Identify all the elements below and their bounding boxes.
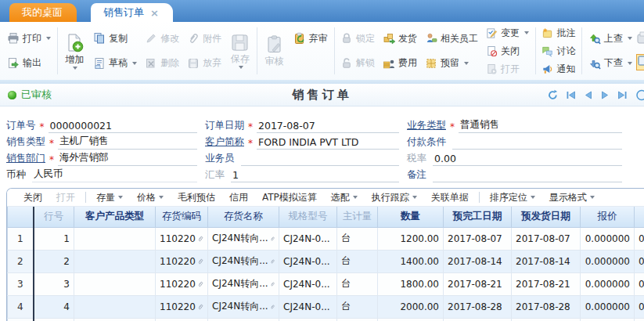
attachment-icon[interactable]: [197, 256, 203, 267]
finish-date-cell[interactable]: 2017-08-14: [444, 250, 512, 272]
draft-button[interactable]: 草稿: [93, 54, 137, 73]
col-cust-product-type[interactable]: 客户产品类型: [74, 207, 156, 227]
tax-price-cell[interactable]: 0.: [635, 272, 644, 295]
export-button[interactable]: 输出: [7, 54, 51, 73]
annotate-button[interactable]: 批注: [541, 24, 575, 41]
finish-date-cell[interactable]: 2017-08-21: [444, 272, 512, 295]
linked-view-toggle[interactable]: [636, 54, 644, 70]
quote-cell[interactable]: 0.000000: [581, 295, 635, 318]
inv-code-cell[interactable]: [156, 318, 208, 321]
col-tax-price[interactable]: 含: [635, 207, 644, 227]
ship-date-cell[interactable]: 2017-08-28: [512, 295, 581, 318]
inv-code-cell[interactable]: 110220: [156, 272, 208, 295]
qty-cell[interactable]: 1800.00: [378, 272, 444, 295]
grid-sort-button[interactable]: 排序定位: [483, 191, 542, 204]
tax-price-cell[interactable]: 0.: [635, 250, 644, 272]
attachment-icon[interactable]: [270, 256, 275, 267]
related-staff-button[interactable]: 相关员工: [425, 29, 478, 48]
attachment-icon[interactable]: [197, 301, 203, 312]
grid-related-docs-button[interactable]: 关联单据: [424, 191, 476, 204]
tab-sales-order[interactable]: 销售订单 ×: [91, 3, 173, 22]
query-down-button[interactable]: 下查: [588, 54, 632, 73]
line-no-cell[interactable]: [34, 318, 74, 321]
add-button[interactable]: 增加: [59, 23, 89, 78]
qty-cell[interactable]: [378, 318, 444, 321]
inv-code-cell[interactable]: 110220: [156, 227, 208, 250]
line-no-cell[interactable]: 2: [34, 250, 74, 272]
query-up-button[interactable]: 上查: [588, 29, 632, 48]
exchange-rate-value[interactable]: 1: [231, 169, 399, 182]
unit-cell[interactable]: 台: [337, 295, 378, 318]
attachment-icon[interactable]: [270, 233, 275, 244]
row-index[interactable]: 5: [8, 318, 34, 321]
payment-terms-value[interactable]: [452, 137, 622, 150]
finish-date-cell[interactable]: 2017-08-07: [444, 227, 512, 250]
inv-name-cell[interactable]: CJ24N转向...: [208, 295, 279, 318]
grid-option-button[interactable]: 选配: [324, 191, 365, 204]
inv-name-cell[interactable]: [208, 318, 279, 321]
ship-date-cell[interactable]: 2017-08-14: [512, 250, 581, 272]
spec-cell[interactable]: [279, 318, 337, 321]
cust-type-cell[interactable]: [74, 227, 156, 250]
finish-date-cell[interactable]: 2017-08-28: [444, 295, 512, 318]
cust-type-cell[interactable]: [74, 318, 156, 321]
inv-name-cell[interactable]: CJ24N转向...: [208, 272, 279, 295]
tax-price-cell[interactable]: 0.: [635, 295, 644, 318]
line-no-cell[interactable]: 1: [34, 227, 74, 250]
row-index[interactable]: 1: [8, 227, 34, 250]
business-type-value[interactable]: 普通销售: [459, 118, 622, 133]
qty-cell[interactable]: 1200.00: [378, 227, 444, 250]
spec-cell[interactable]: CJ24N-0...: [279, 295, 337, 318]
cust-type-cell[interactable]: [74, 295, 156, 318]
business-type-label[interactable]: 业务类型: [407, 119, 446, 133]
col-inv-code[interactable]: 存货编码: [156, 207, 208, 227]
grid-gross-profit-button[interactable]: 毛利预估: [171, 191, 222, 204]
customer-value[interactable]: FORD INDIA PVT LTD: [257, 136, 399, 150]
notify-button[interactable]: 通知: [541, 60, 575, 78]
ship-date-cell[interactable]: 2017-08-21: [512, 272, 581, 295]
line-no-cell[interactable]: 4: [34, 295, 74, 318]
grid-price-button[interactable]: 价格: [130, 191, 171, 204]
tax-price-cell[interactable]: [635, 318, 644, 321]
attachment-icon[interactable]: [270, 301, 275, 312]
grid-atp-button[interactable]: ATP模拟运算: [255, 191, 324, 204]
inv-name-cell[interactable]: CJ24N转向...: [208, 250, 279, 272]
spec-cell[interactable]: CJ24N-0...: [279, 272, 337, 295]
col-finish-date[interactable]: 预完工日期: [444, 207, 512, 227]
quote-cell[interactable]: 0.000000: [581, 250, 635, 272]
inv-code-cell[interactable]: 110220: [156, 250, 208, 272]
quote-cell[interactable]: 0.000000: [581, 272, 635, 295]
reserve-button[interactable]: 预留: [425, 54, 478, 73]
sales-dept-value[interactable]: 海外营销部: [58, 151, 197, 166]
finish-date-cell[interactable]: [444, 318, 512, 321]
row-index[interactable]: 3: [8, 272, 34, 295]
row-index[interactable]: 4: [8, 295, 34, 318]
col-line-no[interactable]: 行号: [34, 207, 74, 227]
tax-rate-value[interactable]: 0.00: [433, 153, 622, 166]
inv-name-cell[interactable]: CJ24N转向...: [208, 227, 279, 250]
attachment-icon[interactable]: [197, 279, 203, 290]
qty-cell[interactable]: 2000.00: [378, 295, 444, 318]
grid-stock-button[interactable]: 存量: [89, 191, 130, 204]
order-date-value[interactable]: 2017-08-07: [257, 120, 399, 133]
copy-button[interactable]: 复制: [93, 29, 137, 48]
currency-value[interactable]: 人民币: [32, 168, 197, 182]
customer-label[interactable]: 客户简称: [205, 135, 244, 150]
quote-cell[interactable]: 0.000000: [581, 227, 635, 250]
order-no-value[interactable]: 0000000021: [49, 120, 198, 133]
col-spec[interactable]: 规格型号: [279, 207, 337, 227]
spec-cell[interactable]: CJ24N-0...: [279, 250, 337, 272]
col-quote[interactable]: 报价: [581, 207, 635, 227]
unit-cell[interactable]: 台: [337, 227, 378, 250]
sales-type-value[interactable]: 主机厂销售: [58, 135, 197, 150]
col-unit[interactable]: 主计量: [337, 207, 378, 227]
col-row-selector[interactable]: [8, 207, 34, 227]
salesman-value[interactable]: [241, 153, 400, 166]
grid-credit-button[interactable]: 信用: [222, 191, 255, 204]
tax-price-cell[interactable]: 0.: [635, 227, 644, 250]
discuss-button[interactable]: 讨论: [541, 42, 575, 60]
col-inv-name[interactable]: 存货名称: [208, 207, 279, 227]
spec-cell[interactable]: CJ24N-0...: [279, 227, 337, 250]
fee-button[interactable]: 费用: [383, 54, 417, 73]
cust-type-cell[interactable]: [74, 250, 156, 272]
